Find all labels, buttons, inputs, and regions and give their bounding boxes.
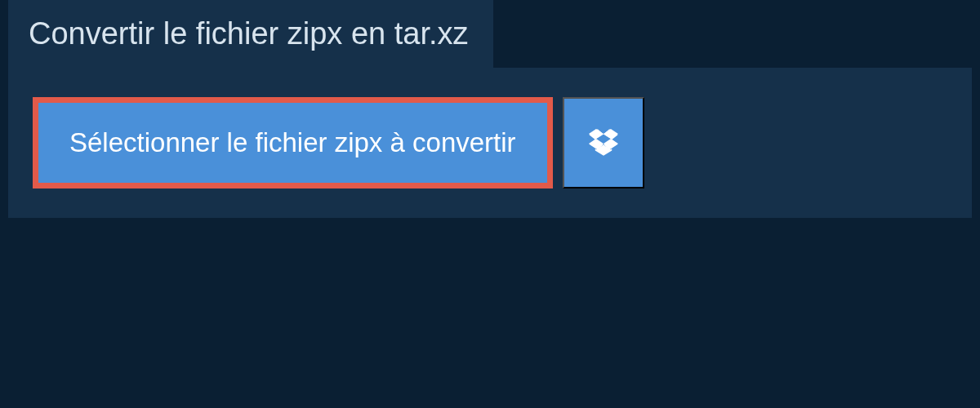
header-tab: Convertir le fichier zipx en tar.xz — [8, 0, 493, 68]
dropbox-icon — [587, 126, 620, 159]
upload-panel: Sélectionner le fichier zipx à convertir — [8, 68, 972, 218]
select-file-label: Sélectionner le fichier zipx à convertir — [69, 127, 516, 158]
select-file-button[interactable]: Sélectionner le fichier zipx à convertir — [33, 97, 553, 188]
dropbox-button[interactable] — [563, 97, 644, 188]
page-title: Convertir le fichier zipx en tar.xz — [29, 16, 469, 51]
button-row: Sélectionner le fichier zipx à convertir — [33, 97, 947, 188]
